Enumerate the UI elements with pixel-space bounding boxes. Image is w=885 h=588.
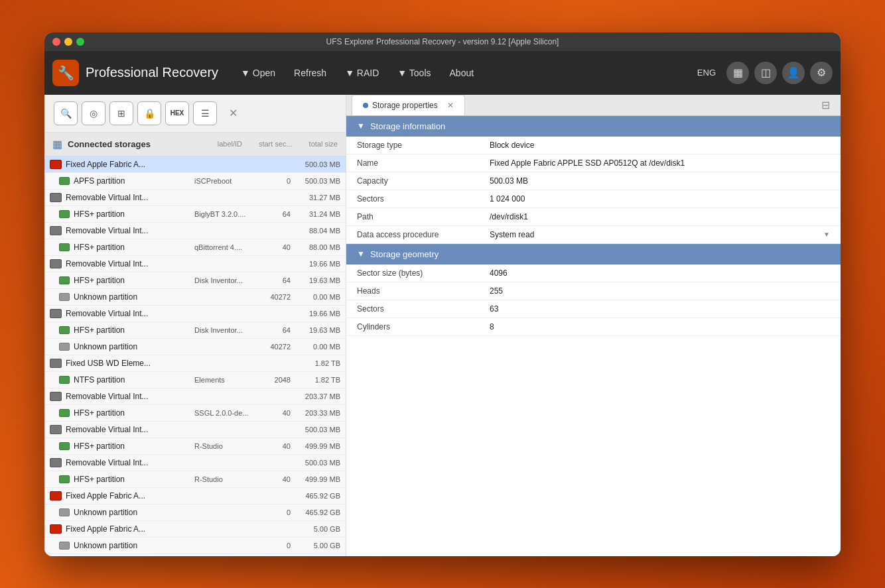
- row-label: qBittorrent 4....: [194, 243, 261, 251]
- row-label: R-Studio: [194, 442, 261, 450]
- row-name: Fixed Apple Fabric A...: [66, 491, 194, 500]
- storage-list-item[interactable]: Fixed Apple Fabric A... 465.92 GB: [44, 488, 346, 504]
- user-icon-button[interactable]: 👤: [782, 62, 805, 84]
- row-name: HFS+ partition: [74, 441, 194, 451]
- storage-list-item[interactable]: HFS+ partition Disk Inventor... 64 19.63…: [44, 322, 346, 339]
- tools-menu-button[interactable]: ▼ Tools: [388, 62, 440, 84]
- storage-info-header-label: Storage information: [370, 121, 445, 131]
- data-access-row: Data access procedure System read ▼: [346, 226, 841, 244]
- storage-list-item[interactable]: Removable Virtual Int... 19.66 MB: [44, 256, 346, 272]
- cylinders-val: 8: [490, 322, 830, 331]
- row-start: 0: [261, 177, 291, 185]
- row-name: Fixed Apple Fabric A...: [66, 160, 194, 169]
- minimize-button[interactable]: [64, 38, 72, 46]
- storage-list-item[interactable]: Removable Virtual Int... 500.03 MB: [44, 455, 346, 471]
- app-name: Professional Recovery: [86, 65, 218, 80]
- dropdown-arrow-icon[interactable]: ▼: [823, 231, 830, 238]
- left-panel: 🔍 ◎ ⊞ 🔒 HEX ☰ ✕ ▦ Connected storages lab…: [44, 95, 346, 556]
- heads-val: 255: [490, 286, 830, 296]
- row-total: 203.37 MB: [291, 392, 340, 400]
- close-tool-icon[interactable]: ✕: [221, 101, 245, 125]
- traffic-lights: [52, 38, 84, 46]
- row-name: Fixed Apple Fabric A...: [66, 524, 194, 534]
- filter-icon[interactable]: ⊟: [816, 96, 835, 114]
- storage-list-item[interactable]: Unknown partition 40272 0.00 MB: [44, 339, 346, 355]
- row-label: Disk Inventor...: [194, 326, 261, 334]
- storage-list-item[interactable]: HFS+ partition R-Studio 40 499.99 MB: [44, 438, 346, 455]
- settings-icon-button[interactable]: ⚙: [810, 62, 833, 84]
- storage-list-item[interactable]: Removable Virtual Int... 203.37 MB: [44, 388, 346, 405]
- storage-list-item[interactable]: HFS+ partition BiglyBT 3.2.0.... 64 31.2…: [44, 206, 346, 223]
- storage-list-item[interactable]: Removable Virtual Int... 500.03 MB: [44, 422, 346, 438]
- hex-tool-icon[interactable]: HEX: [165, 101, 189, 125]
- row-total: 19.66 MB: [291, 310, 340, 318]
- search-tool-icon[interactable]: 🔍: [54, 101, 78, 125]
- storage-list-item[interactable]: Removable Virtual Int... 19.66 MB: [44, 306, 346, 322]
- row-total: 500.03 MB: [291, 177, 340, 185]
- col-label-header: label/ID: [218, 140, 242, 148]
- list-tool-icon[interactable]: ☰: [193, 101, 217, 125]
- open-menu-button[interactable]: ▼ Open: [232, 62, 285, 84]
- storage-list-item[interactable]: HFS+ partition R-Studio 40 499.99 MB: [44, 471, 346, 488]
- storage-icon-button[interactable]: ▦: [726, 62, 749, 84]
- tab-indicator: [363, 103, 368, 108]
- row-name: HFS+ partition: [74, 243, 194, 252]
- storage-list-item[interactable]: Removable Virtual Int... 88.04 MB: [44, 223, 346, 239]
- refresh-button[interactable]: Refresh: [285, 62, 336, 84]
- sectors-info-val: 1 024 000: [490, 194, 830, 204]
- capacity-val: 500.03 MB: [490, 176, 830, 186]
- view-tool-icon[interactable]: ⊞: [109, 101, 133, 125]
- toolbar-right: ENG ▦ ◫ 👤 ⚙: [692, 62, 833, 84]
- section-collapse-toggle[interactable]: ▼: [357, 121, 365, 131]
- storage-list-item[interactable]: HFS+ partition SSGL 2.0.0-de... 40 203.3…: [44, 405, 346, 422]
- right-panel: Storage properties ✕ ⊟ ▼ Storage informa…: [346, 95, 841, 556]
- tab-close-icon[interactable]: ✕: [447, 101, 454, 110]
- fullscreen-button[interactable]: [76, 38, 84, 46]
- layout-icon-button[interactable]: ◫: [754, 62, 777, 84]
- storage-geometry-header-label: Storage geometry: [370, 249, 439, 259]
- row-total: 5.00 GB: [291, 525, 340, 533]
- storage-list-item[interactable]: Fixed Apple Fabric A... 5.00 GB: [44, 521, 346, 538]
- storage-list-item[interactable]: HFS+ partition Disk Inventor... 64 19.63…: [44, 272, 346, 289]
- data-access-val: System read ▼: [490, 230, 830, 239]
- row-total: 88.00 MB: [291, 243, 340, 251]
- storage-list-item[interactable]: Unknown partition 0 5.00 GB: [44, 538, 346, 554]
- row-start: 64: [261, 326, 291, 334]
- row-name: Unknown partition: [74, 292, 194, 302]
- close-button[interactable]: [52, 38, 60, 46]
- geometry-section-toggle[interactable]: ▼: [357, 249, 365, 259]
- storage-list-item[interactable]: APFS partition iSCPreboot 0 500.03 MB: [44, 173, 346, 190]
- path-row: Path /dev/rdisk1: [346, 208, 841, 226]
- tab-bar: Storage properties ✕ ⊟: [346, 95, 841, 116]
- connected-storages-label: Connected storages: [68, 139, 212, 149]
- row-name: Unknown partition: [74, 508, 194, 517]
- row-name: Removable Virtual Int...: [66, 425, 194, 434]
- cylinders-row: Cylinders 8: [346, 318, 841, 336]
- title-bar: UFS Explorer Professional Recovery - ver…: [44, 32, 841, 51]
- about-button[interactable]: About: [441, 62, 484, 84]
- scan-tool-icon[interactable]: ◎: [82, 101, 105, 125]
- storage-type-val: Block device: [490, 141, 830, 150]
- row-name: Unknown partition: [74, 342, 194, 351]
- storage-list-item[interactable]: HFS+ partition qBittorrent 4.... 40 88.0…: [44, 239, 346, 256]
- sector-size-val: 4096: [490, 268, 830, 278]
- storage-properties-tab[interactable]: Storage properties ✕: [352, 95, 465, 115]
- storage-list-icon: ▦: [52, 138, 62, 150]
- storage-list-item[interactable]: Removable Virtual Int... 31.27 MB: [44, 190, 346, 206]
- storage-list-item[interactable]: Fixed Apple Fabric A... 460.43 GB: [44, 554, 346, 556]
- lock-tool-icon[interactable]: 🔒: [137, 101, 161, 125]
- storage-list-item[interactable]: Unknown partition 0 465.92 GB: [44, 504, 346, 521]
- heads-key: Heads: [357, 286, 490, 296]
- sectors-info-key: Sectors: [357, 194, 490, 204]
- raid-menu-button[interactable]: ▼ RAID: [336, 62, 388, 84]
- row-label: BiglyBT 3.2.0....: [194, 210, 261, 218]
- storage-list-item[interactable]: NTFS partition Elements 2048 1.82 TB: [44, 372, 346, 388]
- sector-size-row: Sector size (bytes) 4096: [346, 265, 841, 282]
- storage-list-item[interactable]: Unknown partition 40272 0.00 MB: [44, 289, 346, 306]
- storage-list-item[interactable]: Fixed Apple Fabric A... 500.03 MB: [44, 156, 346, 173]
- row-total: 465.92 GB: [291, 492, 340, 500]
- sectors-geo-val: 63: [490, 304, 830, 314]
- language-selector[interactable]: ENG: [692, 65, 721, 80]
- row-label: R-Studio: [194, 475, 261, 483]
- storage-list-item[interactable]: Fixed USB WD Eleme... 1.82 TB: [44, 355, 346, 372]
